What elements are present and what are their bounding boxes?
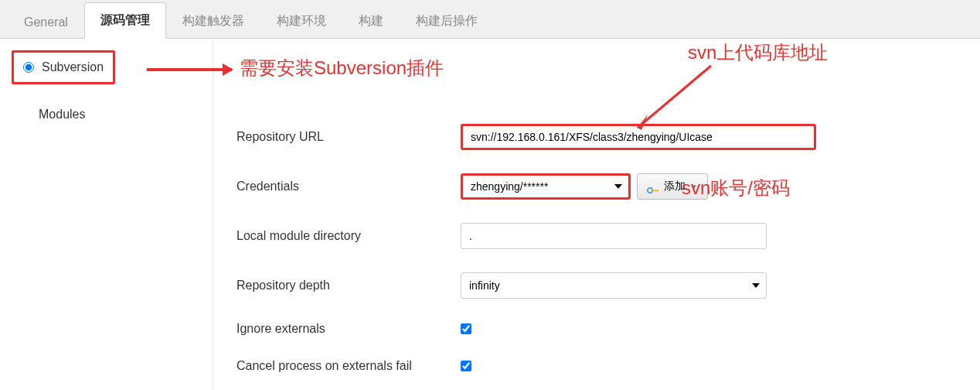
key-icon [647, 183, 659, 190]
row-ignore-externals: Ignore externals [213, 322, 980, 336]
row-cancel-externals: Cancel process on externals fail [213, 359, 980, 373]
svg-point-0 [648, 188, 652, 193]
svg-rect-2 [657, 190, 658, 192]
label-ignore-externals: Ignore externals [236, 322, 461, 336]
label-repo-url: Repository URL [236, 130, 461, 144]
add-credentials-button[interactable]: 添加 ▼ [637, 173, 708, 200]
config-tabs: General 源码管理 构建触发器 构建环境 构建 构建后操作 [0, 0, 980, 39]
cancel-externals-checkbox[interactable] [461, 361, 471, 371]
tab-build[interactable]: 构建 [342, 3, 400, 39]
content-area: Subversion Modules Repository URL Creden… [0, 39, 980, 390]
label-credentials: Credentials [236, 180, 461, 193]
repo-url-input[interactable] [461, 124, 816, 150]
form-area: Repository URL Credentials zhengying/***… [213, 39, 980, 390]
tab-environment[interactable]: 构建环境 [260, 3, 342, 39]
label-cancel-externals: Cancel process on externals fail [236, 359, 461, 373]
tab-triggers[interactable]: 构建触发器 [166, 3, 260, 39]
label-local-dir: Local module directory [236, 229, 461, 243]
modules-label: Modules [39, 108, 201, 121]
row-repo-url: Repository URL [213, 124, 980, 150]
chevron-down-icon: ▼ [690, 183, 698, 191]
row-credentials: Credentials zhengying/****** 添加 [213, 173, 980, 200]
add-button-label: 添加 [664, 180, 686, 193]
subversion-label: Subversion [42, 60, 104, 74]
scm-sidebar: Subversion Modules [0, 39, 213, 390]
svg-rect-3 [655, 190, 657, 191]
local-dir-input[interactable] [461, 223, 767, 249]
tab-post[interactable]: 构建后操作 [400, 3, 494, 39]
row-local-dir: Local module directory [213, 223, 980, 249]
tab-general[interactable]: General [8, 5, 84, 39]
label-depth: Repository depth [236, 279, 461, 292]
subversion-radio[interactable] [23, 62, 34, 73]
row-depth: Repository depth infinity [213, 272, 980, 299]
tab-scm[interactable]: 源码管理 [84, 2, 166, 39]
subversion-radio-box[interactable]: Subversion [12, 50, 115, 84]
ignore-externals-checkbox[interactable] [461, 323, 471, 334]
credentials-select[interactable]: zhengying/****** [461, 173, 631, 200]
depth-select[interactable]: infinity [461, 272, 767, 299]
